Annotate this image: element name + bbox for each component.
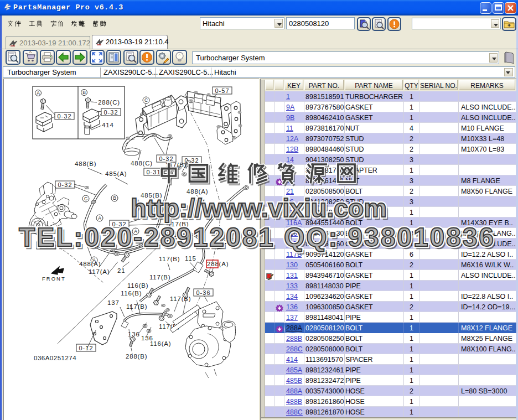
svg-text:FRONT: FRONT [42,276,66,282]
svg-text:A: A [37,90,40,96]
svg-text:485(A): 485(A) [105,170,127,177]
svg-text:488(C): 488(C) [131,160,153,167]
svg-text:117(B): 117(B) [168,221,189,227]
svg-text:488(A): 488(A) [79,261,101,267]
svg-text:117(B): 117(B) [149,274,170,281]
svg-text:0-32: 0-32 [103,109,118,116]
svg-text:0-32: 0-32 [58,182,72,188]
svg-text:488(B): 488(B) [75,160,96,167]
svg-text:485(B): 485(B) [141,192,162,199]
svg-text:0-80: 0-80 [39,242,53,249]
svg-text:115: 115 [185,255,196,262]
svg-text:488(A): 488(A) [187,188,208,195]
svg-text:FRONT: FRONT [217,237,234,242]
svg-text:288(C): 288(C) [98,99,120,106]
svg-text:117(B): 117(B) [126,303,147,310]
svg-text:117(B): 117(B) [159,256,180,262]
svg-text:117(B): 117(B) [165,162,187,168]
svg-text:0-32: 0-32 [159,155,173,162]
svg-text:A: A [134,229,137,234]
svg-text:117(B): 117(B) [170,295,191,302]
svg-text:B: B [113,195,116,201]
svg-text:A: A [98,215,101,221]
svg-text:116(B): 116(B) [121,290,142,297]
svg-text:116(B): 116(B) [127,282,148,289]
svg-text:116(A): 116(A) [150,340,171,347]
svg-text:0-31: 0-31 [146,169,160,175]
svg-text:414: 414 [102,122,114,128]
svg-text:036A0251274: 036A0251274 [34,355,76,361]
svg-text:0-57: 0-57 [215,87,229,94]
svg-text:C: C [84,196,87,201]
svg-text:21: 21 [117,267,125,274]
svg-text:0-32: 0-32 [112,221,126,227]
svg-text:0-36: 0-36 [196,289,210,296]
svg-text:B: B [82,90,86,95]
svg-text:C: C [144,97,148,103]
svg-text:0-32: 0-32 [57,113,71,120]
svg-text:288(B): 288(B) [126,353,147,360]
svg-text:117(A): 117(A) [89,268,110,275]
svg-text:137: 137 [107,299,120,306]
svg-text:0-12: 0-12 [79,345,93,351]
